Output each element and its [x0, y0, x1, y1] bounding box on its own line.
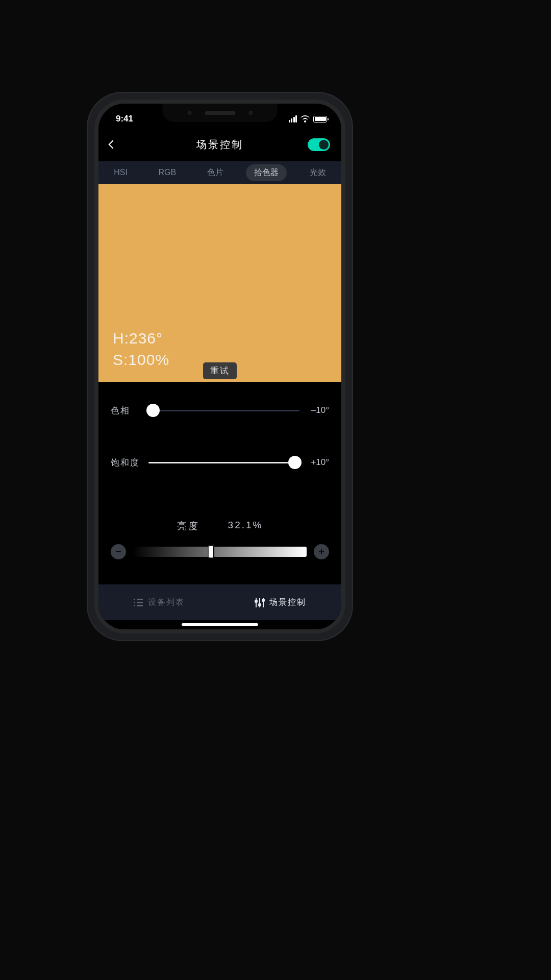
brightness-label: 亮度 — [177, 520, 199, 533]
nav-header: 场景控制 — [98, 132, 341, 157]
status-time: 9:41 — [116, 114, 133, 124]
sat-value: +10° — [305, 457, 329, 468]
retry-button[interactable]: 重试 — [203, 362, 237, 379]
sat-slider[interactable] — [148, 462, 299, 463]
brightness-thumb[interactable] — [209, 545, 214, 558]
brightness-slider[interactable] — [133, 547, 307, 557]
brightness-plus-button[interactable] — [314, 544, 329, 559]
color-swatch[interactable]: H:236° S:100% 重试 — [98, 184, 341, 382]
tab-gel[interactable]: 色片 — [199, 164, 232, 181]
hue-readout: H:236° — [113, 328, 327, 349]
bottom-nav: 设备列表 场景控制 — [98, 584, 341, 620]
nav-devices-label: 设备列表 — [148, 597, 185, 608]
hue-slider[interactable] — [148, 410, 299, 411]
page-title: 场景控制 — [98, 138, 341, 152]
back-icon[interactable] — [109, 140, 117, 149]
hue-slider-row: 色相 –10° — [111, 397, 329, 424]
nav-scene-label: 场景控制 — [269, 597, 306, 608]
mode-tabbar: HSI RGB 色片 拾色器 光效 — [98, 161, 341, 184]
screen: 9:41 场景控制 HSI RGB 色片 拾色器 光效 H:236° S:100… — [98, 104, 341, 629]
tab-rgb[interactable]: RGB — [150, 165, 184, 180]
nav-devices[interactable]: 设备列表 — [98, 585, 220, 620]
phone-frame: 9:41 场景控制 HSI RGB 色片 拾色器 光效 H:236° S:100… — [87, 92, 353, 641]
sliders-icon — [255, 598, 264, 607]
brightness-section: 亮度 32.1% — [98, 520, 341, 559]
home-indicator[interactable] — [182, 623, 258, 626]
hue-thumb[interactable] — [146, 404, 160, 417]
plus-icon — [318, 549, 324, 555]
brightness-value: 32.1% — [228, 520, 263, 533]
tab-hsi[interactable]: HSI — [106, 165, 136, 180]
minus-icon — [115, 549, 121, 555]
sat-label: 饱和度 — [111, 457, 143, 469]
sat-thumb[interactable] — [288, 456, 302, 469]
wifi-icon — [300, 116, 310, 122]
brightness-minus-button[interactable] — [111, 544, 126, 559]
battery-icon — [313, 116, 327, 122]
list-icon — [134, 599, 143, 606]
notch — [163, 104, 278, 122]
nav-scene[interactable]: 场景控制 — [220, 585, 341, 620]
tab-fx[interactable]: 光效 — [302, 164, 334, 181]
signal-icon — [289, 115, 297, 122]
sat-slider-row: 饱和度 +10° — [111, 449, 329, 476]
hue-label: 色相 — [111, 405, 143, 416]
power-toggle[interactable] — [308, 138, 330, 151]
tab-picker[interactable]: 拾色器 — [246, 164, 287, 181]
hue-value: –10° — [305, 405, 329, 415]
